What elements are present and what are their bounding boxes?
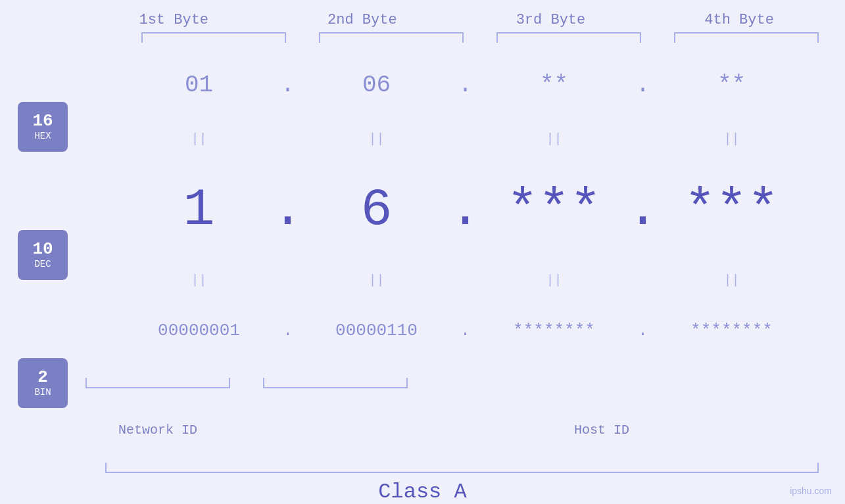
eq2-3: || [482, 273, 627, 288]
eq1-3: || [482, 131, 627, 147]
network-id-label: Network ID [85, 423, 230, 438]
hex-row: 01 . 06 . ** . ** [85, 72, 845, 99]
hex-octet-2: 06 [304, 72, 449, 99]
badge-dec-label: DEC [34, 259, 51, 269]
bin-row: 00000001 . 00000110 . ******** . *******… [85, 321, 845, 340]
dec-row: 1 . 6 . *** . *** [85, 180, 845, 240]
main-container: 1st Byte 2nd Byte 3rd Byte 4th Byte 16 H… [0, 0, 845, 504]
byte-header-3: 3rd Byte [471, 12, 631, 28]
byte-headers-row: 1st Byte 2nd Byte 3rd Byte 4th Byte [0, 0, 845, 28]
full-bottom-bracket-area [0, 463, 845, 473]
network-bracket-1 [85, 378, 230, 388]
eq2-4: || [660, 273, 804, 288]
badge-bin: 2 BIN [18, 358, 68, 408]
top-brackets [0, 32, 845, 43]
eq1-4: || [660, 131, 804, 147]
bin-octet-3: ******** [482, 321, 627, 340]
main-area: 16 HEX 10 DEC 2 BIN 01 . 06 . ** . ** [0, 49, 845, 460]
host-bracket-spacer-1 [441, 378, 585, 388]
eq1-1: || [127, 131, 272, 147]
eq1-2: || [304, 131, 449, 147]
network-host-labels: Network ID Host ID [85, 423, 845, 438]
dec-dot-2: . [449, 180, 482, 240]
watermark: ipshu.com [790, 486, 832, 496]
host-bracket-spacer-2 [618, 378, 763, 388]
byte-header-4: 4th Byte [660, 12, 819, 28]
ip-display: 01 . 06 . ** . ** || || || || 1 . [85, 49, 845, 460]
dec-octet-3: *** [482, 180, 627, 240]
equals-row-1: || || || || [85, 131, 845, 147]
hex-dot-2: . [449, 72, 482, 99]
bin-dot-3: . [627, 321, 660, 340]
bin-dot-1: . [272, 321, 304, 340]
hex-dot-3: . [627, 72, 660, 99]
eq2-1: || [127, 273, 272, 288]
badge-hex-label: HEX [34, 131, 51, 141]
top-bracket-3 [496, 32, 641, 43]
dec-dot-3: . [627, 180, 660, 240]
network-id-label-2 [263, 423, 408, 438]
badges-column: 16 HEX 10 DEC 2 BIN [0, 49, 85, 460]
bin-dot-2: . [449, 321, 482, 340]
dec-octet-2: 6 [304, 180, 449, 240]
host-id-label: Host ID [441, 423, 763, 438]
hex-dot-1: . [272, 72, 304, 99]
byte-header-1: 1st Byte [94, 12, 253, 28]
hex-octet-4: ** [660, 72, 804, 99]
top-bracket-4 [674, 32, 819, 43]
badge-bin-label: BIN [34, 387, 51, 398]
hex-octet-1: 01 [127, 72, 272, 99]
badge-bin-number: 2 [37, 368, 48, 387]
badge-hex-number: 16 [32, 112, 53, 131]
full-bottom-bracket [105, 463, 819, 473]
network-bracket-2 [263, 378, 408, 388]
bin-octet-2: 00000110 [304, 321, 449, 340]
dec-octet-4: *** [660, 180, 804, 240]
top-bracket-1 [141, 32, 286, 43]
hex-octet-3: ** [482, 72, 627, 99]
equals-row-2: || || || || [85, 273, 845, 288]
badge-dec: 10 DEC [18, 230, 68, 280]
bin-octet-4: ******** [660, 321, 804, 340]
top-bracket-2 [319, 32, 464, 43]
badge-dec-number: 10 [32, 240, 53, 259]
dec-octet-1: 1 [127, 180, 272, 240]
eq2-2: || [304, 273, 449, 288]
class-a-label: Class A [0, 480, 845, 504]
bin-octet-1: 00000001 [127, 321, 272, 340]
bottom-inner-brackets [85, 378, 845, 388]
dec-dot-1: . [272, 180, 304, 240]
byte-header-2: 2nd Byte [283, 12, 442, 28]
badge-hex: 16 HEX [18, 102, 68, 152]
